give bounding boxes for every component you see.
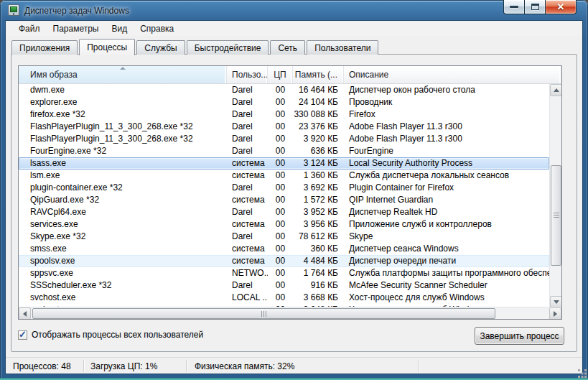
cell-description: Диспетчер окон рабочего стола xyxy=(344,84,549,96)
table-row[interactable]: sppsvc.exe NETWO... 00 1 764 КБ Служба п… xyxy=(19,267,549,279)
title-bar[interactable]: Диспетчер задач Windows ✕ xyxy=(0,0,588,21)
cell-cpu: 00 xyxy=(268,145,293,157)
column-header-description[interactable]: Описание xyxy=(344,66,561,83)
cell-image-name: dwm.exe xyxy=(19,84,227,96)
tab-applications[interactable]: Приложения xyxy=(11,40,78,55)
tab-processes[interactable]: Процессы xyxy=(79,39,135,55)
menu-help[interactable]: Справка xyxy=(134,22,180,35)
table-row[interactable]: explorer.exe Darel 00 24 104 КБ Проводни… xyxy=(19,96,549,108)
table-row[interactable]: FlashPlayerPlugin_11_3_300_268.exe *32 D… xyxy=(19,133,549,145)
cell-memory: 1 572 КБ xyxy=(293,194,344,206)
horizontal-scroll-thumb[interactable] xyxy=(32,308,495,319)
cell-description: Adobe Flash Player 11.3 r300 xyxy=(344,133,549,145)
menu-view[interactable]: Вид xyxy=(105,22,134,35)
table-row[interactable]: firefox.exe *32 Darel 00 330 088 КБ Fire… xyxy=(19,108,549,121)
table-row[interactable]: lsass.exe система 00 3 124 КБ Local Secu… xyxy=(19,157,549,170)
sort-ascending-icon xyxy=(120,67,126,70)
cell-user: система xyxy=(227,255,268,267)
menu-options[interactable]: Параметры xyxy=(47,22,106,35)
table-row[interactable]: Skype.exe *32 Darel 00 78 612 КБ Skype xyxy=(19,231,549,243)
column-header-cpu[interactable]: ЦП xyxy=(268,66,293,83)
status-divider xyxy=(418,360,419,372)
minimize-button[interactable] xyxy=(503,0,525,14)
table-row[interactable]: FourEngine.exe *32 Darel 00 636 КБ FourE… xyxy=(19,145,549,157)
cell-cpu: 00 xyxy=(268,182,293,194)
table-row[interactable]: lsm.exe система 00 1 360 КБ Служба диспе… xyxy=(19,170,549,182)
column-header-memory[interactable]: Память (... xyxy=(293,66,344,83)
list-header: Имя образа Пользо... ЦП Память (... Опис… xyxy=(19,66,561,84)
cell-image-name: smss.exe xyxy=(19,243,227,255)
cell-memory: 24 104 КБ xyxy=(293,96,344,108)
cell-user: LOCAL ... xyxy=(227,292,268,304)
cell-image-name: services.exe xyxy=(19,218,227,231)
tab-services[interactable]: Службы xyxy=(136,40,185,55)
cell-memory: 3 920 КБ xyxy=(293,133,344,145)
cell-image-name: lsm.exe xyxy=(19,170,227,182)
cell-user: NETWO... xyxy=(227,267,268,279)
table-row[interactable]: services.exe система 00 3 956 КБ Приложе… xyxy=(19,218,549,231)
cell-description: Служба диспетчера локальных сеансов xyxy=(344,170,549,182)
table-row[interactable]: QipGuard.exe *32 система 00 1 572 КБ QIP… xyxy=(19,194,549,206)
cell-user: Darel xyxy=(227,121,268,133)
table-row[interactable]: FlashPlayerPlugin_11_3_300_268.exe *32 D… xyxy=(19,121,549,133)
tab-users[interactable]: Пользователи xyxy=(307,40,378,55)
table-row[interactable]: svchost.exe LOCAL ... 00 3 668 КБ Хост-п… xyxy=(19,292,549,304)
cell-description: Диспетчер Realtek HD xyxy=(344,206,549,218)
end-process-button[interactable]: Завершить процесс xyxy=(475,327,564,345)
cell-memory: 916 КБ xyxy=(293,279,344,292)
cell-memory: 4 484 КБ xyxy=(293,255,344,267)
menu-file[interactable]: Файл xyxy=(12,22,47,35)
table-row[interactable]: SSScheduler.exe *32 Darel 00 916 КБ McAf… xyxy=(19,279,549,292)
cell-cpu: 00 xyxy=(268,279,293,292)
close-button[interactable]: ✕ xyxy=(545,0,577,14)
cell-user: Darel xyxy=(227,96,268,108)
table-row[interactable]: RAVCpl64.exe Darel 00 3 952 КБ Диспетчер… xyxy=(19,206,549,218)
cell-image-name: FourEngine.exe *32 xyxy=(19,145,227,157)
table-row[interactable]: dwm.exe Darel 00 16 464 КБ Диспетчер око… xyxy=(19,84,549,96)
cell-user: Darel xyxy=(227,108,268,121)
cell-memory: 3 124 КБ xyxy=(293,157,344,170)
cell-memory: 360 КБ xyxy=(293,243,344,255)
cell-description: Firefox xyxy=(344,108,549,121)
scroll-right-button[interactable] xyxy=(549,307,561,320)
resize-grip-icon[interactable] xyxy=(571,362,580,371)
column-header-user[interactable]: Пользо... xyxy=(227,66,268,83)
tab-performance[interactable]: Быстродействие xyxy=(187,40,269,55)
cell-memory: 330 088 КБ xyxy=(293,108,344,121)
tab-networking[interactable]: Сеть xyxy=(270,40,305,55)
cell-cpu: 00 xyxy=(268,170,293,182)
vertical-scroll-thumb[interactable] xyxy=(551,165,561,266)
cell-cpu: 00 xyxy=(268,96,293,108)
cell-cpu: 00 xyxy=(268,84,293,96)
cell-description: Проводник xyxy=(344,96,549,108)
table-row[interactable]: smss.exe система 00 360 КБ Диспетчер сеа… xyxy=(19,243,549,255)
table-row[interactable]: plugin-container.exe *32 Darel 00 3 692 … xyxy=(19,182,549,194)
status-physical-memory: Физическая память: 32% xyxy=(195,361,294,371)
cell-user: Darel xyxy=(227,182,268,194)
cell-cpu: 00 xyxy=(268,133,293,145)
cell-cpu: 00 xyxy=(268,267,293,279)
cell-user: Darel xyxy=(227,84,268,96)
status-processes: Процессов: 48 xyxy=(13,361,71,371)
table-row[interactable]: spoolsv.exe система 00 4 484 КБ Диспетче… xyxy=(19,255,549,267)
show-all-processes-checkbox[interactable] xyxy=(18,330,27,340)
cell-image-name: FlashPlayerPlugin_11_3_300_268.exe *32 xyxy=(19,121,227,133)
cell-memory: 16 464 КБ xyxy=(293,84,344,96)
horizontal-scrollbar[interactable] xyxy=(19,307,561,319)
vertical-scrollbar[interactable] xyxy=(549,84,561,308)
cell-cpu: 00 xyxy=(268,206,293,218)
cell-cpu: 00 xyxy=(268,121,293,133)
cell-cpu: 00 xyxy=(268,231,293,243)
cell-image-name: RAVCpl64.exe xyxy=(19,206,227,218)
cell-memory: 1 764 КБ xyxy=(293,267,344,279)
cell-user: система xyxy=(227,218,268,231)
scroll-left-button[interactable] xyxy=(19,307,31,320)
cell-memory: 3 692 КБ xyxy=(293,182,344,194)
maximize-button[interactable] xyxy=(525,0,545,14)
cell-image-name: firefox.exe *32 xyxy=(19,108,227,121)
cell-user: система xyxy=(227,157,268,170)
cell-cpu: 00 xyxy=(268,194,293,206)
arrow-left-icon xyxy=(23,311,27,317)
scroll-up-button[interactable] xyxy=(550,84,562,96)
column-header-image-name[interactable]: Имя образа xyxy=(19,66,227,83)
